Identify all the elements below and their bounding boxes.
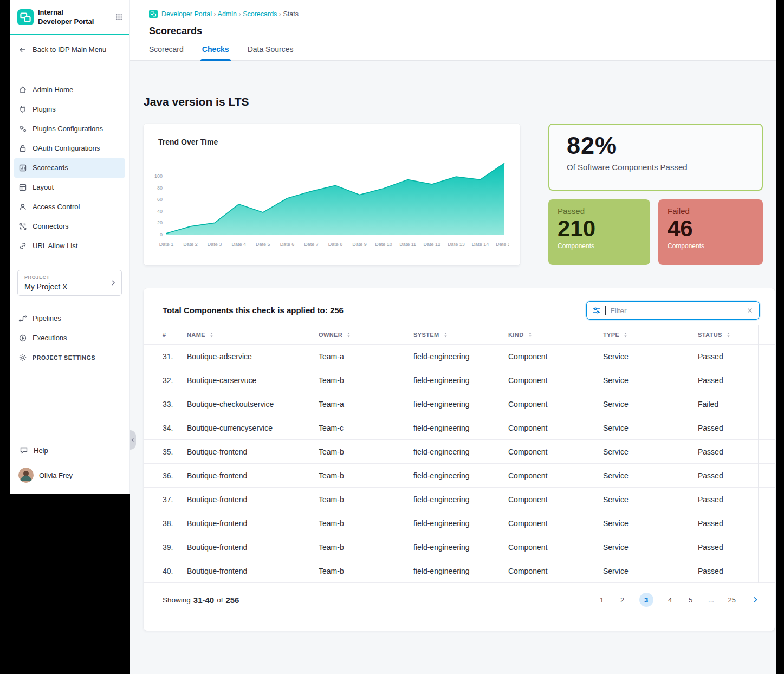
column-header-name[interactable]: NAME bbox=[187, 332, 319, 338]
passed-caption: Components bbox=[558, 242, 650, 250]
project-label: PROJECT bbox=[24, 275, 115, 280]
svg-text:Date 15: Date 15 bbox=[496, 242, 509, 247]
cell: 33. bbox=[163, 400, 187, 409]
tab-scorecard[interactable]: Scorecard bbox=[149, 45, 184, 60]
sidebar-item-scorecards[interactable]: Scorecards bbox=[14, 158, 125, 178]
sidebar-item-plugins-configurations[interactable]: Plugins Configurations bbox=[14, 119, 125, 139]
sidebar-item-executions[interactable]: Executions bbox=[14, 328, 125, 348]
cell: 40. bbox=[163, 567, 187, 575]
breadcrumb-developer-portal[interactable]: Developer Portal bbox=[161, 10, 212, 18]
table-row[interactable]: 31.Boutique-adserviceTeam-afield-enginee… bbox=[144, 345, 775, 368]
pagination: 12345...25 bbox=[598, 593, 736, 607]
table-row[interactable]: 34.Boutique-currencyserviceTeam-cfield-e… bbox=[144, 416, 775, 440]
cell: Passed bbox=[698, 495, 775, 504]
sidebar-item-connectors[interactable]: Connectors bbox=[14, 217, 125, 236]
sort-icon[interactable] bbox=[726, 332, 731, 338]
sidebar-item-layout[interactable]: Layout bbox=[14, 178, 125, 197]
page-4[interactable]: 4 bbox=[666, 596, 674, 604]
cell: Service bbox=[603, 543, 698, 552]
help-button[interactable]: Help bbox=[10, 437, 129, 463]
svg-text:Date 3: Date 3 bbox=[208, 242, 222, 247]
sort-icon[interactable] bbox=[209, 332, 214, 338]
svg-text:Date 6: Date 6 bbox=[280, 242, 295, 247]
cell: Service bbox=[603, 471, 698, 480]
cell: Component bbox=[508, 567, 603, 575]
back-label: Back to IDP Main Menu bbox=[33, 46, 106, 54]
table-row[interactable]: 36.Boutique-frontendTeam-bfield-engineer… bbox=[144, 464, 775, 488]
project-selector[interactable]: PROJECT My Project X bbox=[17, 270, 122, 296]
column-header-status[interactable]: STATUS bbox=[698, 332, 775, 338]
page-1[interactable]: 1 bbox=[598, 596, 606, 604]
breadcrumb-separator: › bbox=[238, 10, 241, 18]
filter-input[interactable] bbox=[611, 307, 742, 315]
cell: Component bbox=[508, 519, 603, 528]
user-profile[interactable]: Olivia Frey bbox=[10, 463, 129, 494]
passed-card: Passed 210 Components bbox=[548, 199, 650, 265]
svg-text:Date 10: Date 10 bbox=[375, 242, 392, 247]
link-icon bbox=[18, 242, 27, 250]
sort-icon[interactable] bbox=[528, 332, 533, 338]
cell: Passed bbox=[698, 471, 775, 480]
svg-text:Date 8: Date 8 bbox=[328, 242, 343, 247]
breadcrumb: Developer Portal › Admin › Scorecards › … bbox=[161, 10, 299, 18]
table-row[interactable]: 37.Boutique-frontendTeam-bfield-engineer… bbox=[144, 488, 775, 511]
sidebar-item-admin-home[interactable]: Admin Home bbox=[14, 80, 125, 100]
cell: field-engineering bbox=[413, 352, 508, 361]
cell: Passed bbox=[698, 376, 775, 385]
failed-caption: Components bbox=[668, 242, 763, 250]
column-header-type[interactable]: TYPE bbox=[603, 332, 698, 338]
svg-text:100: 100 bbox=[154, 173, 163, 179]
pagination-ellipsis: ... bbox=[708, 596, 715, 604]
breadcrumb-admin[interactable]: Admin bbox=[218, 10, 237, 18]
sidebar-item-plugins[interactable]: Plugins bbox=[14, 100, 125, 119]
table-row[interactable]: 40.Boutique-frontendTeam-bfield-engineer… bbox=[144, 559, 775, 583]
sort-icon[interactable] bbox=[346, 332, 351, 338]
column-header-system[interactable]: SYSTEM bbox=[413, 332, 508, 338]
page-5[interactable]: 5 bbox=[687, 596, 695, 604]
breadcrumb-logo-icon bbox=[149, 10, 158, 18]
sidebar-item-oauth-configurations[interactable]: OAuth Configurations bbox=[14, 139, 125, 158]
next-page-icon[interactable] bbox=[751, 595, 760, 604]
cell: Component bbox=[508, 424, 603, 432]
cell: Boutique-frontend bbox=[187, 567, 319, 575]
cell: Boutique-frontend bbox=[187, 543, 319, 552]
app-window: Internal Developer Portal Back to IDP Ma… bbox=[0, 0, 784, 674]
tab-data-sources[interactable]: Data Sources bbox=[248, 45, 294, 60]
cell: Service bbox=[603, 400, 698, 409]
column-header-owner[interactable]: OWNER bbox=[319, 332, 413, 338]
sort-icon[interactable] bbox=[623, 332, 628, 338]
table-row[interactable]: 38.Boutique-frontendTeam-bfield-engineer… bbox=[144, 511, 775, 535]
tab-checks[interactable]: Checks bbox=[202, 45, 229, 60]
page-25[interactable]: 25 bbox=[728, 596, 736, 604]
breadcrumb-scorecards[interactable]: Scorecards bbox=[243, 10, 277, 18]
cell: Service bbox=[603, 519, 698, 528]
sidebar-item-access-control[interactable]: Access Control bbox=[14, 197, 125, 217]
page-3[interactable]: 3 bbox=[639, 593, 653, 607]
page-2[interactable]: 2 bbox=[619, 596, 626, 604]
cell: field-engineering bbox=[413, 471, 508, 480]
table-row[interactable]: 32.Boutique-carservuceTeam-bfield-engine… bbox=[144, 368, 775, 392]
cell: Service bbox=[603, 376, 698, 385]
filter-icon[interactable] bbox=[592, 306, 601, 315]
arrow-left-icon bbox=[18, 46, 27, 54]
sort-icon[interactable] bbox=[443, 332, 448, 338]
table-row[interactable]: 33.Boutique-checkoutserviceTeam-afield-e… bbox=[144, 392, 775, 416]
app-switcher-icon[interactable] bbox=[115, 13, 123, 21]
sidebar-collapse-handle[interactable] bbox=[130, 430, 136, 450]
executions-icon bbox=[18, 334, 27, 342]
table-row[interactable]: 35.Boutique-frontendTeam-bfield-engineer… bbox=[144, 440, 775, 464]
sidebar-item-pipelines[interactable]: Pipelines bbox=[14, 309, 125, 328]
svg-text:40: 40 bbox=[157, 209, 163, 214]
back-to-main-menu[interactable]: Back to IDP Main Menu bbox=[10, 35, 129, 65]
cell: Component bbox=[508, 471, 603, 480]
table-row[interactable]: 39.Boutique-frontendTeam-bfield-engineer… bbox=[144, 535, 775, 559]
sidebar-item-url-allow-list[interactable]: URL Allow List bbox=[14, 236, 125, 256]
close-icon[interactable] bbox=[746, 307, 754, 314]
trend-card-title: Trend Over Time bbox=[144, 124, 520, 146]
breadcrumb-separator: › bbox=[279, 10, 281, 18]
sidebar-nav-project: PipelinesExecutionsPROJECT SETTINGS bbox=[10, 309, 129, 367]
column-header-kind[interactable]: KIND bbox=[508, 332, 603, 338]
cell: Boutique-frontend bbox=[187, 471, 319, 480]
filter-box[interactable] bbox=[586, 301, 760, 320]
sidebar-item-project-settings[interactable]: PROJECT SETTINGS bbox=[14, 348, 125, 367]
